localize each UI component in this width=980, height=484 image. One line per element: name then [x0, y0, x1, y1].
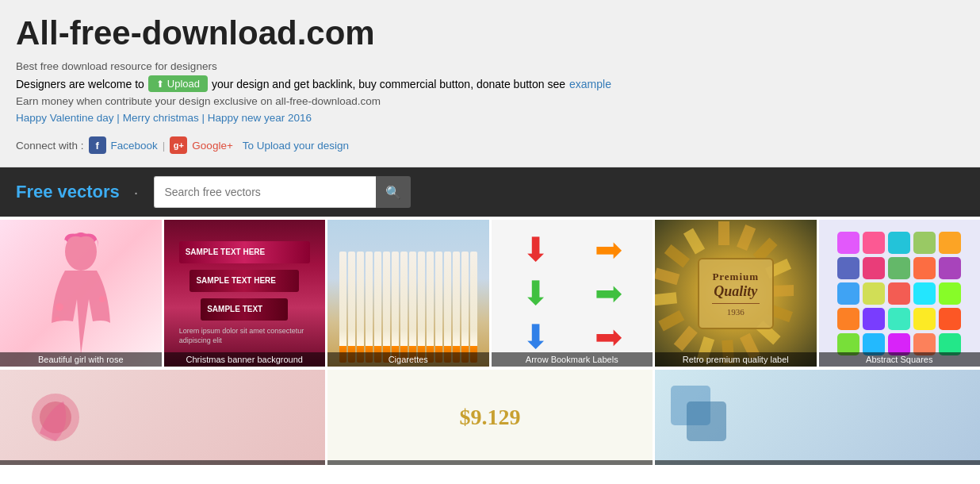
svg-line-19	[688, 231, 700, 252]
banner-strip-3: SAMPLE TEXT	[201, 298, 288, 321]
banner-description: Lorem ipsum dolor sit amet consectetur a…	[179, 327, 310, 345]
floral-svg	[0, 370, 325, 465]
googleplus-icon: g+	[170, 136, 187, 154]
gallery-item-4[interactable]: ⬇ ➡ ⬇ ➡ ⬇ ➡ Arrow Bookmark Labels	[492, 220, 656, 367]
gallery-caption-6: Abstract Squares	[819, 352, 981, 367]
holidays-links: Happy Valentine day | Merry christmas | …	[16, 112, 964, 124]
abstract-squares-grid	[829, 224, 969, 363]
premium-badge: Premium Quality 1936	[698, 258, 774, 329]
search-icon: 🔍	[385, 185, 401, 200]
square-cell-3	[913, 232, 936, 254]
connect-sep: |	[163, 140, 166, 152]
square-cell-8	[913, 257, 936, 279]
year-label: 1936	[712, 307, 760, 317]
gallery-item-3[interactable]: Cigarettes	[327, 220, 492, 367]
gallery-caption-9	[655, 460, 980, 465]
divider	[712, 303, 760, 304]
svg-point-2	[99, 296, 105, 302]
arrow-down-blue: ⬇	[522, 321, 549, 354]
svg-line-6	[757, 241, 774, 259]
gallery: Beautiful girl with rose SAMPLE TEXT HER…	[0, 217, 980, 465]
gallery-item-7[interactable]	[0, 370, 327, 465]
quality-label: Quality	[712, 283, 760, 300]
banner-strip-2: SAMPLE TEXT HERE	[189, 270, 299, 292]
svg-line-17	[655, 273, 678, 279]
svg-line-15	[661, 315, 682, 326]
dot-separator: ·	[134, 183, 139, 202]
svg-point-3	[55, 317, 59, 321]
svg-line-14	[678, 329, 693, 348]
square-cell-9	[939, 257, 961, 279]
gallery-caption-8	[327, 460, 653, 465]
valentine-link[interactable]: Happy Valentine day	[16, 112, 114, 124]
gallery-caption-1: Beautiful girl with rose	[0, 352, 162, 367]
search-button[interactable]: 🔍	[376, 176, 411, 208]
svg-line-16	[655, 298, 676, 300]
square-cell-11	[863, 282, 885, 305]
gallery-item-6[interactable]: Abstract Squares	[819, 220, 981, 367]
square-cell-16	[863, 308, 885, 330]
abstract-svg	[655, 370, 980, 465]
svg-point-1	[56, 303, 63, 311]
christmas-link[interactable]: Merry christmas	[123, 112, 199, 124]
navbar: Free vectors · 🔍	[0, 167, 980, 217]
connect-row: Connect with : f Facebook | g+ Google+ T…	[16, 136, 964, 154]
gallery-row-1: Beautiful girl with rose SAMPLE TEXT HER…	[0, 217, 980, 367]
facebook-icon: f	[89, 136, 106, 154]
site-header: All-free-download.com Best free download…	[0, 0, 980, 167]
arrow-down-red: ⬇	[522, 233, 549, 267]
square-cell-12	[888, 282, 910, 305]
square-cell-4	[939, 232, 961, 254]
svg-rect-23	[687, 401, 726, 441]
upload-line: Designers are welcome to ⬆ Upload your d…	[16, 75, 964, 92]
square-cell-19	[939, 308, 961, 330]
earn-money-line: Earn money when contribute your design e…	[16, 95, 964, 107]
upload-icon: ⬆	[156, 79, 164, 90]
sep2: |	[201, 112, 205, 124]
gallery-item-8[interactable]: $9.129	[327, 370, 655, 465]
gallery-item-1[interactable]: Beautiful girl with rose	[0, 220, 164, 367]
gallery-item-9[interactable]	[655, 370, 980, 465]
gallery-caption-7	[0, 460, 325, 465]
square-cell-2	[888, 232, 910, 254]
square-cell-14	[939, 282, 961, 305]
square-cell-18	[913, 308, 936, 330]
upload-button[interactable]: ⬆ Upload	[148, 75, 208, 92]
square-cell-17	[888, 308, 910, 330]
arrow-right-orange: ➡	[595, 233, 622, 267]
square-cell-0	[837, 232, 859, 254]
square-cell-10	[837, 282, 859, 305]
price-label: $9.129	[460, 405, 521, 430]
square-cell-7	[888, 257, 910, 279]
premium-label: Premium	[712, 271, 760, 283]
arrow-right-red: ➡	[595, 321, 622, 354]
newyear-link[interactable]: Happy new year 2016	[208, 112, 312, 124]
banner-strip-1: SAMPLE TEXT HERE	[179, 241, 310, 263]
line2-prefix: Designers are welcome to	[16, 78, 144, 90]
svg-line-5	[741, 227, 750, 249]
search-input[interactable]	[154, 176, 376, 208]
square-cell-6	[863, 257, 885, 279]
line2-suffix: your design and get backlink, buy commer…	[212, 78, 565, 90]
svg-line-18	[668, 249, 687, 263]
arrow-down-green: ⬇	[522, 277, 549, 310]
square-cell-15	[837, 308, 859, 330]
section-title: Free vectors	[16, 182, 120, 202]
gallery-item-5[interactable]: Premium Quality 1936 Retro premium quali…	[655, 220, 819, 367]
gallery-item-2[interactable]: SAMPLE TEXT HERE SAMPLE TEXT HERE SAMPLE…	[164, 220, 328, 367]
example-link[interactable]: example	[569, 78, 611, 90]
square-cell-13	[913, 282, 936, 305]
girl-silhouette-svg	[37, 228, 124, 359]
facebook-link[interactable]: Facebook	[111, 140, 158, 152]
gallery-caption-2: Christmas banner background	[164, 352, 326, 367]
googleplus-link[interactable]: Google+	[192, 140, 232, 152]
tagline: Best free download resource for designer…	[16, 60, 964, 72]
search-form: 🔍	[154, 176, 411, 208]
upload-design-link[interactable]: To Upload your design	[243, 140, 349, 152]
square-cell-5	[837, 257, 859, 279]
gallery-caption-4: Arrow Bookmark Labels	[492, 352, 653, 367]
square-cell-1	[863, 232, 885, 254]
connect-label: Connect with :	[16, 140, 84, 152]
cigarettes-group	[339, 252, 477, 363]
svg-line-8	[771, 290, 794, 291]
